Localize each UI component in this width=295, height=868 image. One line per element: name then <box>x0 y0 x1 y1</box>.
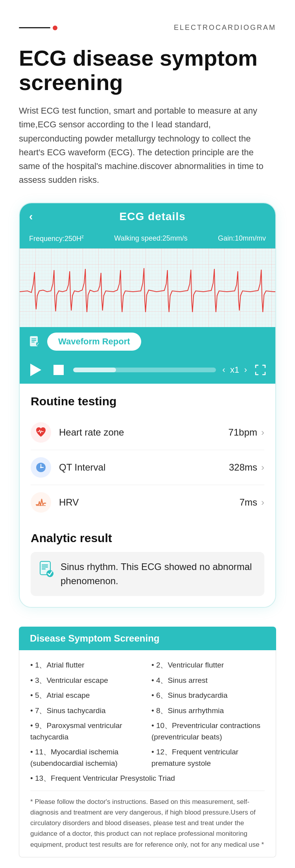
stop-icon <box>53 365 64 375</box>
play-icon <box>30 364 41 376</box>
waveform-bar: ✓ Waveform Report <box>20 327 275 356</box>
svg-rect-1 <box>31 338 36 339</box>
walking-speed-info: Walking speed:25mm/s <box>114 234 187 243</box>
ecg-header-title: ECG details <box>39 210 266 223</box>
disease-section: Disease Symptom Screening • 1、Atrial flu… <box>19 627 276 857</box>
page-description: Wrist ECG test function, smart and porta… <box>19 104 276 187</box>
svg-rect-2 <box>31 340 36 341</box>
progress-fill <box>73 368 116 372</box>
disease-item-10: • 10、Preventricular contractions(prevent… <box>151 720 265 743</box>
dot-red <box>53 26 57 30</box>
disease-item-9: • 9、Paroxysmal ventricular tachycardia <box>30 720 144 743</box>
disease-body: • 1、Atrial flutter • 2、Ventricular flutt… <box>19 650 276 857</box>
top-line-decoration <box>19 26 57 30</box>
svg-point-15 <box>46 570 53 577</box>
disease-item-5: • 5、Atrial escape <box>30 690 144 701</box>
document-icon: ✓ <box>28 335 42 349</box>
qt-interval-value: 328ms <box>229 462 257 473</box>
analytic-card: Sinus rhythm. This ECG showed no abnorma… <box>31 552 264 596</box>
svg-rect-14 <box>42 568 46 570</box>
analytic-section: Analytic result Sinus rhythm. This ECG s… <box>20 524 275 607</box>
hrv-label: HRV <box>59 497 240 508</box>
top-label: ELECTROCARDIOGRAM <box>174 24 276 32</box>
qt-interval-label: QT Interval <box>59 462 229 473</box>
routine-hrv[interactable]: HRV 7ms › <box>31 485 264 520</box>
page-wrapper: ELECTROCARDIOGRAM ECG disease symptom sc… <box>0 0 295 868</box>
disease-item-4: • 4、Sinus arrest <box>151 675 265 686</box>
routine-heart-rate[interactable]: Heart rate zone 71bpm › <box>31 415 264 450</box>
ecg-waveform-area <box>20 248 275 327</box>
disease-item-6: • 6、Sinus bradycardia <box>151 690 265 701</box>
fullscreen-button[interactable] <box>253 363 267 377</box>
phone-mockup: ‹ ECG details Frequency:250Hz Walking sp… <box>19 202 276 608</box>
back-button[interactable]: ‹ <box>29 210 33 223</box>
top-bar: ELECTROCARDIOGRAM <box>19 24 276 32</box>
analytic-icon <box>38 561 54 580</box>
hrv-arrow: › <box>261 497 264 508</box>
analytic-text: Sinus rhythm. This ECG showed no abnorma… <box>61 560 257 588</box>
routine-section: Routine testing Heart rate zone 71bpm › <box>20 384 275 524</box>
disease-item-2: • 2、Ventricular flutter <box>151 660 265 671</box>
speed-decrease-button[interactable]: ‹ <box>222 365 225 375</box>
speed-increase-button[interactable]: › <box>244 365 247 375</box>
hrv-icon <box>31 492 51 513</box>
heart-rate-arrow: › <box>261 427 264 438</box>
disease-grid: • 1、Atrial flutter • 2、Ventricular flutt… <box>30 660 265 784</box>
progress-bar[interactable] <box>73 368 216 372</box>
ecg-info-bar: Frequency:250Hz Walking speed:25mm/s Gai… <box>20 230 275 248</box>
disease-item-7: • 7、Sinus tachycardia <box>30 705 144 717</box>
qt-interval-arrow: › <box>261 462 264 473</box>
frequency-info: Frequency:250Hz <box>29 234 84 243</box>
disease-item-1: • 1、Atrial flutter <box>30 660 144 671</box>
speed-label: x1 <box>229 365 241 375</box>
analytic-title: Analytic result <box>31 531 264 545</box>
routine-qt-interval[interactable]: QT Interval 328ms › <box>31 450 264 485</box>
svg-rect-3 <box>31 342 35 342</box>
hrv-value: 7ms <box>240 497 257 508</box>
line-black <box>19 27 50 28</box>
playback-bar: ‹ x1 › <box>20 356 275 384</box>
ecg-header: ‹ ECG details <box>20 203 275 230</box>
heart-rate-icon <box>31 422 51 443</box>
heart-rate-value: 71bpm <box>229 427 257 438</box>
svg-point-9 <box>40 467 42 468</box>
disclaimer: * Please follow the doctor's instruction… <box>30 791 265 850</box>
disease-item-13: • 13、Frequent Ventricular Presystolic Tr… <box>30 773 265 784</box>
disease-item-3: • 3、Ventricular escape <box>30 675 144 686</box>
qt-interval-icon <box>31 457 51 478</box>
heart-rate-label: Heart rate zone <box>59 427 229 438</box>
waveform-report-button[interactable]: Waveform Report <box>47 333 141 351</box>
disease-header: Disease Symptom Screening <box>19 627 276 650</box>
play-button[interactable] <box>28 362 44 378</box>
svg-rect-12 <box>42 565 48 566</box>
routine-title: Routine testing <box>31 395 264 408</box>
page-title: ECG disease symptom screening <box>19 46 276 94</box>
svg-text:✓: ✓ <box>37 342 39 346</box>
speed-control: ‹ x1 › <box>222 365 247 375</box>
gain-info: Gain:10mm/mv <box>218 234 266 243</box>
stop-button[interactable] <box>50 362 67 378</box>
disease-item-11: • 11、Myocardial ischemia(subendocardial … <box>30 747 144 769</box>
svg-rect-13 <box>42 566 48 568</box>
disease-item-8: • 8、Sinus arrhythmia <box>151 705 265 717</box>
ecg-wave-svg <box>20 248 275 327</box>
disease-item-12: • 12、Frequent ventricular premature syst… <box>151 747 265 769</box>
